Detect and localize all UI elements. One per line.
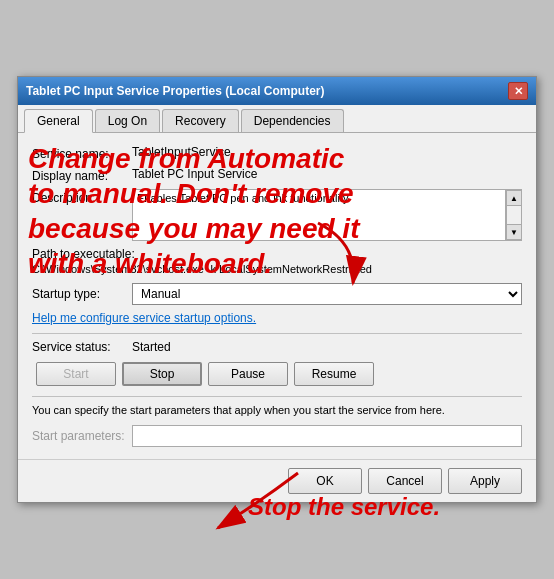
main-content: Service name: TabletInputService Display… [18,133,536,458]
scroll-up-btn[interactable]: ▲ [506,190,522,206]
tab-dependencies[interactable]: Dependencies [241,109,344,132]
resume-button[interactable]: Resume [294,362,374,386]
param-label: Start parameters: [32,429,132,443]
display-name-value: Tablet PC Input Service [132,167,522,181]
start-button[interactable]: Start [36,362,116,386]
display-name-label: Display name: [32,167,132,183]
window-title: Tablet PC Input Service Properties (Loca… [26,84,325,98]
startup-row: Startup type: Automatic Automatic (Delay… [32,283,522,305]
apply-button[interactable]: Apply [448,468,522,494]
service-control-buttons: Start Stop Pause Resume [32,362,522,386]
param-row: Start parameters: [32,425,522,447]
help-link[interactable]: Help me configure service startup option… [32,311,522,325]
tab-recovery[interactable]: Recovery [162,109,239,132]
title-bar: Tablet PC Input Service Properties (Loca… [18,77,536,105]
startup-select[interactable]: Automatic Automatic (Delayed Start) Manu… [132,283,522,305]
stop-button[interactable]: Stop [122,362,202,386]
bottom-buttons: OK Cancel Apply [18,459,536,502]
service-name-label: Service name: [32,145,132,161]
ok-button[interactable]: OK [288,468,362,494]
divider-1 [32,333,522,334]
description-label: Description: [32,189,132,205]
service-status-row: Service status: Started [32,340,522,354]
pause-button[interactable]: Pause [208,362,288,386]
startup-select-wrapper[interactable]: Automatic Automatic (Delayed Start) Manu… [132,283,522,305]
close-button[interactable]: ✕ [508,82,528,100]
service-status-label: Service status: [32,340,132,354]
description-value: Enables Tablet PC pen and ink functional… [137,192,348,204]
display-name-row: Display name: Tablet PC Input Service [32,167,522,183]
properties-window: Tablet PC Input Service Properties (Loca… [17,76,537,502]
tab-logon[interactable]: Log On [95,109,160,132]
cancel-button[interactable]: Cancel [368,468,442,494]
scroll-down-btn[interactable]: ▼ [506,224,522,240]
path-row: Path to executable: C:\Windows\System32\… [32,247,522,275]
param-input[interactable] [132,425,522,447]
service-name-value: TabletInputService [132,145,522,159]
tab-bar: General Log On Recovery Dependencies [18,105,536,133]
path-label: Path to executable: [32,247,522,261]
service-status-value: Started [132,340,171,354]
tab-general[interactable]: General [24,109,93,133]
path-value: C:\Windows\System32\svchost.exe -k Local… [32,263,522,275]
param-description: You can specify the start parameters tha… [32,403,522,418]
description-scrollbar[interactable]: ▲ ▼ [506,189,522,241]
service-name-row: Service name: TabletInputService [32,145,522,161]
description-box: Enables Tablet PC pen and ink functional… [132,189,506,241]
divider-2 [32,396,522,397]
startup-label: Startup type: [32,287,132,301]
description-row: Description: Enables Tablet PC pen and i… [32,189,522,241]
title-bar-buttons: ✕ [508,82,528,100]
